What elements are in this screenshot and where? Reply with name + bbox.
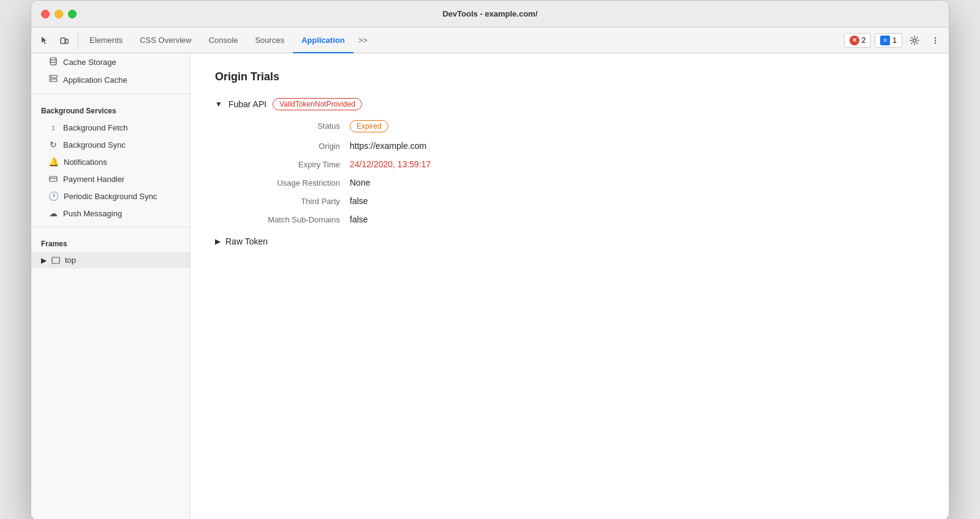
sidebar-item-push-messaging[interactable]: ☁ Push Messaging: [31, 205, 190, 222]
payment-handler-icon: [48, 174, 58, 184]
inspect-icon[interactable]: [36, 32, 53, 49]
toolbar-icon-group: [36, 32, 78, 49]
bg-fetch-icon: ↕: [48, 123, 58, 132]
origin-trial-section: ▼ Fubar API ValidTokenNotProvided Status…: [215, 98, 924, 246]
error-count: 2: [862, 36, 866, 45]
svg-rect-7: [50, 75, 57, 78]
origin-label: Origin: [239, 142, 350, 151]
svg-point-4: [935, 39, 936, 40]
divider-1: [31, 94, 190, 94]
fubar-expand-arrow[interactable]: ▼: [215, 100, 222, 108]
minimize-button[interactable]: [55, 10, 63, 18]
frame-expand-icon: ▶: [41, 256, 47, 265]
sidebar: Cache Storage Application Cache Backgrou…: [31, 53, 190, 519]
tab-application[interactable]: Application: [293, 28, 353, 53]
trial-detail-table: Status Expired Origin https://example.co…: [239, 120, 924, 224]
divider-2: [31, 227, 190, 227]
svg-rect-8: [50, 79, 57, 81]
maximize-button[interactable]: [68, 10, 77, 18]
fubar-status-badge: ValidTokenNotProvided: [273, 98, 362, 110]
message-badge-button[interactable]: ≡ 1: [875, 33, 902, 48]
third-party-value: false: [350, 196, 924, 206]
fubar-api-header: ▼ Fubar API ValidTokenNotProvided: [215, 98, 924, 110]
fubar-api-label: Fubar API: [228, 99, 266, 109]
sidebar-item-app-cache[interactable]: Application Cache: [31, 71, 190, 89]
toolbar-right: ✕ 2 ≡ 1: [844, 32, 944, 49]
notifications-label: Notifications: [64, 157, 107, 167]
notifications-icon: 🔔: [48, 157, 59, 167]
raw-token-label: Raw Token: [225, 237, 268, 246]
more-options-icon[interactable]: [927, 32, 944, 49]
error-badge-button[interactable]: ✕ 2: [844, 33, 872, 48]
devtools-window: DevTools - example.com/ Elements CSS Ove…: [31, 0, 949, 519]
content-panel: Origin Trials ▼ Fubar API ValidTokenNotP…: [190, 53, 949, 519]
error-icon: ✕: [850, 36, 859, 45]
svg-point-2: [913, 39, 916, 42]
bg-services-header: Background Services: [31, 99, 190, 119]
svg-point-3: [935, 37, 936, 38]
app-cache-label: Application Cache: [63, 75, 127, 85]
cache-storage-icon: [48, 57, 58, 67]
status-label: Status: [239, 121, 350, 131]
svg-rect-1: [66, 39, 68, 44]
traffic-lights: [41, 10, 77, 18]
bg-sync-label: Background Sync: [63, 140, 126, 150]
bg-sync-icon: ↻: [48, 140, 58, 150]
tab-elements[interactable]: Elements: [81, 28, 131, 53]
app-cache-icon: [48, 75, 58, 85]
sidebar-item-periodic-bg-sync[interactable]: 🕐 Periodic Background Sync: [31, 188, 190, 205]
push-messaging-icon: ☁: [48, 208, 58, 218]
frame-icon: [51, 256, 60, 265]
status-value-badge: Expired: [350, 120, 388, 132]
svg-point-6: [50, 58, 56, 60]
expiry-value: 24/12/2020, 13:59:17: [350, 159, 924, 169]
periodic-bg-sync-label: Periodic Background Sync: [64, 192, 157, 201]
message-icon: ≡: [880, 36, 890, 45]
sidebar-item-top-frame[interactable]: ▶ top: [31, 252, 190, 268]
svg-point-5: [935, 42, 936, 43]
sidebar-item-bg-fetch[interactable]: ↕ Background Fetch: [31, 119, 190, 136]
push-messaging-label: Push Messaging: [63, 209, 122, 218]
top-frame-label: top: [65, 256, 76, 265]
title-bar: DevTools - example.com/: [31, 1, 949, 28]
close-button[interactable]: [41, 10, 50, 18]
match-subdomains-label: Match Sub-Domains: [239, 215, 350, 224]
more-tabs-button[interactable]: >>: [353, 36, 372, 45]
expiry-label: Expiry Time: [239, 160, 350, 169]
sidebar-item-notifications[interactable]: 🔔 Notifications: [31, 153, 190, 170]
frames-header: Frames: [31, 232, 190, 252]
tab-console[interactable]: Console: [200, 28, 247, 53]
page-title: Origin Trials: [215, 70, 924, 83]
status-value: Expired: [350, 120, 924, 132]
usage-restriction-value: None: [350, 178, 924, 188]
sidebar-item-payment-handler[interactable]: Payment Handler: [31, 170, 190, 188]
raw-token-row[interactable]: ▶ Raw Token: [215, 237, 924, 246]
window-title: DevTools - example.com/: [442, 9, 537, 18]
usage-restriction-label: Usage Restriction: [239, 178, 350, 188]
svg-rect-0: [61, 38, 65, 44]
third-party-label: Third Party: [239, 197, 350, 206]
bg-fetch-label: Background Fetch: [63, 123, 128, 132]
match-subdomains-value: false: [350, 214, 924, 224]
settings-icon[interactable]: [906, 32, 923, 49]
svg-rect-11: [50, 176, 57, 181]
tab-sources[interactable]: Sources: [246, 28, 293, 53]
origin-value: https://example.com: [350, 141, 924, 151]
device-toggle-icon[interactable]: [56, 32, 73, 49]
payment-handler-label: Payment Handler: [63, 175, 124, 184]
sidebar-item-bg-sync[interactable]: ↻ Background Sync: [31, 136, 190, 153]
toolbar: Elements CSS Overview Console Sources Ap…: [31, 28, 949, 53]
svg-rect-13: [52, 257, 59, 263]
main-content: Cache Storage Application Cache Backgrou…: [31, 53, 949, 519]
message-count: 1: [892, 36, 897, 45]
raw-token-expand-arrow[interactable]: ▶: [215, 237, 221, 246]
tab-css-overview[interactable]: CSS Overview: [131, 28, 200, 53]
cache-storage-label: Cache Storage: [63, 58, 116, 67]
sidebar-item-cache-storage[interactable]: Cache Storage: [31, 53, 190, 71]
periodic-bg-sync-icon: 🕐: [48, 191, 59, 201]
